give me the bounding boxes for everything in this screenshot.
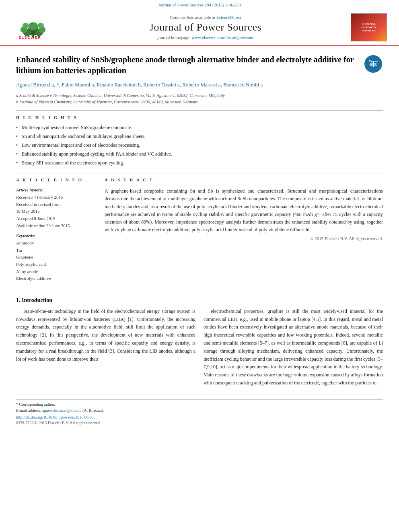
article-info-title: A R T I C L E I N F O [16, 177, 97, 184]
email-link[interactable]: agnese.birrozzi@kit.edu [42, 408, 82, 413]
elsevier-logo: ELSEVIER [8, 15, 60, 39]
keyword-3: Graphene [16, 254, 97, 261]
highlights-list: Multistep synthesis of a novel SnSb/grap… [16, 123, 383, 167]
svg-point-7 [23, 23, 29, 29]
elsevier-logo-area: ELSEVIER [8, 15, 60, 39]
keyword-1: Antimony [16, 240, 97, 247]
revised-date: 19 May 2015 [16, 208, 97, 215]
email-note: (A. Birrozzi). [82, 408, 104, 413]
authors-text: Agnese Birrozzi a, *, Fabio Maroni a, Ri… [16, 82, 263, 88]
article-body: Enhanced stability of SnSb/graphene anod… [0, 46, 399, 433]
history-label: Article history: [16, 187, 97, 192]
divider-3 [16, 289, 383, 289]
email-label: E-mail address: [16, 408, 41, 413]
footer-doi: http://dx.doi.org/10.1016/j.jpowsour.201… [16, 415, 383, 419]
abstract-copyright: © 2015 Elsevier B.V. All rights reserved… [105, 236, 383, 241]
highlight-item-5: Steady SEI resistance of the electrodes … [16, 158, 383, 167]
journal-info-bar: Journal of Power Sources 294 (2015) 248–… [0, 0, 399, 9]
keyword-6: Electrolyte additive [16, 275, 97, 282]
intro-col2: electrochemical properties, graphite is … [204, 308, 383, 387]
affiliation-b: b Institute of Physical Chemistry, Unive… [16, 99, 383, 105]
svg-point-8 [38, 23, 44, 29]
highlight-item-4: Enhanced stability upon prolonged cyclin… [16, 150, 383, 158]
article-title-section: Enhanced stability of SnSb/graphene anod… [16, 54, 383, 76]
highlights-title: H I G H L I G H T S [16, 115, 383, 120]
keywords-section: Keywords: Antimony Tin Graphene Poly acr… [16, 233, 97, 282]
affiliation-a: a Scuola di Scienze e Tecnologie, Sezion… [16, 92, 383, 99]
page: Journal of Power Sources 294 (2015) 248–… [0, 0, 399, 532]
highlights-section: H I G H L I G H T S Multistep synthesis … [16, 115, 383, 167]
doi-link[interactable]: http://dx.doi.org/10.1016/j.jpowsour.201… [16, 415, 95, 419]
corresponding-note: * Corresponding author. [16, 402, 383, 407]
abstract-col: A B S T R A C T A graphene-based composi… [105, 177, 383, 282]
available-online: Available online 20 June 2015 [16, 222, 97, 230]
received-revised-label: Received in revised form [16, 201, 97, 208]
svg-point-6 [28, 22, 38, 31]
authors: Agnese Birrozzi a, *, Fabio Maroni a, Ri… [16, 81, 383, 89]
keywords-label: Keywords: [16, 233, 97, 238]
article-info-col: A R T I C L E I N F O Article history: R… [16, 177, 97, 282]
abstract-title: A B S T R A C T [105, 177, 383, 184]
abstract-text: A graphene-based composite containing Sn… [105, 187, 383, 234]
intro-col1-text: State-of-the-art technology in the field… [16, 308, 195, 364]
footer-email: E-mail address: agnese.birrozzi@kit.edu … [16, 408, 383, 413]
keyword-5: Alloy anode [16, 268, 97, 275]
divider-2 [16, 173, 383, 173]
footer-issn: 0378-7753/© 2015 Elsevier B.V. All right… [16, 421, 383, 425]
divider-1 [16, 111, 383, 111]
introduction-section: 1. Introduction State-of-the-art technol… [16, 297, 383, 387]
svg-text:ELSEVIER: ELSEVIER [19, 35, 41, 39]
journal-homepage: journal homepage: www.elsevier.com/locat… [60, 35, 351, 40]
sciencedirect-link: Contents lists available at ScienceDirec… [60, 15, 351, 20]
intro-heading: 1. Introduction [16, 297, 383, 304]
affiliations: a Scuola di Scienze e Tecnologie, Sezion… [16, 92, 383, 105]
highlight-item-1: Multistep synthesis of a novel SnSb/grap… [16, 123, 383, 132]
journal-header: ELSEVIER Contents lists available at Sci… [0, 9, 399, 46]
keyword-4: Poly acrylic acid [16, 261, 97, 268]
elsevier-tree-icon: ELSEVIER [12, 15, 56, 39]
journal-cover-area: JOURNALOF POWERSOURCES [351, 13, 391, 41]
article-footer: * Corresponding author. E-mail address: … [16, 399, 383, 425]
journal-header-center: Contents lists available at ScienceDirec… [60, 15, 351, 40]
crossmark-badge: Cross Mark [364, 54, 383, 74]
journal-citation: Journal of Power Sources 294 (2015) 248–… [158, 2, 241, 7]
intro-col1: State-of-the-art technology in the field… [16, 308, 195, 387]
keyword-2: Tin [16, 247, 97, 254]
corresponding-label: * Corresponding author. [16, 402, 55, 407]
intro-col2-text: electrochemical properties, graphite is … [204, 308, 383, 387]
highlight-item-2: Sn and Sb nanoparticle anchored on multi… [16, 132, 383, 141]
homepage-link[interactable]: www.elsevier.com/locate/jpowsour [191, 35, 253, 40]
received-date: Received 4 February 2015 [16, 194, 97, 201]
highlight-item-3: Low environmental impact and cost of ele… [16, 141, 383, 150]
article-title: Enhanced stability of SnSb/graphene anod… [16, 54, 356, 76]
info-abstract-section: A R T I C L E I N F O Article history: R… [16, 177, 383, 282]
journal-cover-image: JOURNALOF POWERSOURCES [351, 13, 387, 41]
intro-text: State-of-the-art technology in the field… [16, 308, 383, 387]
accepted-date: Accepted 8 June 2015 [16, 215, 97, 222]
journal-title: Journal of Power Sources [60, 21, 351, 33]
sciencedirect-anchor[interactable]: ScienceDirect [216, 15, 241, 20]
